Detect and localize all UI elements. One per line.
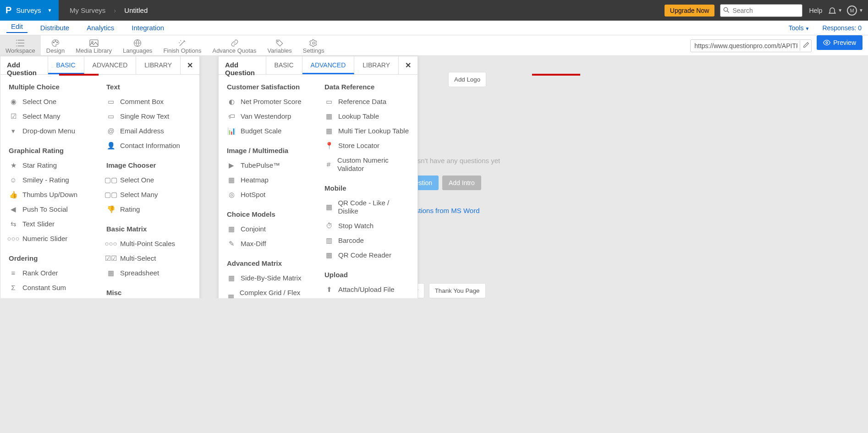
responses-count[interactable]: Responses: 0 [822,24,862,32]
tool-settings[interactable]: Settings [297,35,330,56]
q-signature[interactable]: ✎Signature [321,297,413,298]
user-menu[interactable]: M ▼ [847,5,863,16]
clock-icon: ⏱ [324,222,334,230]
q-budget-scale[interactable]: 📊Budget Scale [223,124,315,138]
q-select-many[interactable]: ☑Select Many [5,109,97,124]
q-thumbs[interactable]: 👍Thumbs Up/Down [5,187,97,202]
q-complex-grid[interactable]: ▦Complex Grid / Flex Matrix [223,285,315,298]
panel-title: Add Question [0,56,48,74]
smiley-icon: ☺ [9,176,18,184]
q-single-row[interactable]: ▭Single Row Text [103,109,195,124]
upload-icon: ⬆ [324,285,334,294]
tab-distribute[interactable]: Distribute [36,24,74,32]
tab-integration[interactable]: Integration [127,24,169,32]
tool-workspace[interactable]: Workspace [0,35,41,56]
svg-rect-11 [90,40,98,46]
q-drag-drop[interactable]: ⇅Drag and Drop [5,295,97,298]
panel-tab-basic[interactable]: BASIC [48,56,84,74]
tool-quotas[interactable]: Advance Quotas [207,35,262,56]
q-qr-reader[interactable]: ▦QR Code Reader [321,248,413,263]
q-tubepulse[interactable]: ▶TubePulse™ [223,158,315,173]
tab-analytics[interactable]: Analytics [82,24,119,32]
topbar: P Surveys ▼ My Surveys › Untitled Upgrad… [0,0,868,21]
q-img-rating[interactable]: 👎Rating [103,202,195,217]
tool-design[interactable]: Design [41,35,70,56]
q-push-social[interactable]: ◀Push To Social [5,202,97,217]
tool-languages[interactable]: Languages [117,35,158,56]
svg-point-14 [277,41,278,42]
upgrade-button[interactable]: Upgrade Now [665,5,715,16]
brand-dropdown[interactable]: P Surveys ▼ [0,0,59,21]
panel-tab-library[interactable]: LIBRARY [136,56,180,74]
panel-tab-library[interactable]: LIBRARY [354,56,398,74]
image-icon: ▢▢ [106,176,115,184]
q-nps[interactable]: ◐Net Promoter Score [223,94,315,109]
barcode-icon: ▥ [324,236,334,245]
panel-tab-basic[interactable]: BASIC [266,56,302,74]
grid-icon: ▦ [106,269,115,277]
tools-dropdown[interactable]: Tools▼ [789,24,810,32]
rank-icon: ≡ [9,269,18,277]
search-input[interactable] [720,4,802,17]
add-logo-button[interactable]: Add Logo [448,72,486,87]
q-multiselect-matrix[interactable]: ☑☑Multi-Select [103,251,195,266]
thank-you-button[interactable]: Thank You Page [429,283,486,298]
panel-tab-advanced[interactable]: ADVANCED [84,56,137,74]
wand-icon [177,39,187,47]
breadcrumb-root[interactable]: My Surveys [70,6,105,14]
radio-icon: ◉ [9,98,18,106]
q-stopwatch[interactable]: ⏱Stop Watch [321,219,413,233]
edit-url-button[interactable] [800,40,812,51]
tool-media[interactable]: Media Library [70,35,117,56]
q-hotspot[interactable]: ◎HotSpot [223,187,315,202]
q-contact-info[interactable]: 👤Contact Information [103,138,195,153]
group-header: Image Chooser [103,159,195,173]
tab-edit[interactable]: Edit [6,22,27,33]
q-heatmap[interactable]: ▦Heatmap [223,173,315,187]
q-img-select-one[interactable]: ▢▢Select One [103,173,195,187]
q-van-westendorp[interactable]: 🏷Van Westendorp [223,109,315,124]
close-button[interactable]: ✕ [398,56,418,74]
q-img-select-many[interactable]: ▢▢Select Many [103,187,195,202]
q-comment-box[interactable]: ▭Comment Box [103,94,195,109]
q-conjoint[interactable]: ▦Conjoint [223,222,315,236]
help-link[interactable]: Help [809,7,822,14]
q-qr-like[interactable]: ▦QR Code - Like / Dislike [321,196,413,219]
q-reference-data[interactable]: ▭Reference Data [321,94,413,109]
panel-tab-advanced[interactable]: ADVANCED [302,56,355,74]
q-numeric-validator[interactable]: #Custom Numeric Validator [321,153,413,176]
survey-url-input[interactable] [690,39,812,52]
q-barcode[interactable]: ▥Barcode [321,233,413,248]
q-constant-sum[interactable]: ΣConstant Sum [5,280,97,295]
close-button[interactable]: ✕ [180,56,199,74]
q-maxdiff[interactable]: ✎Max-Diff [223,236,315,251]
q-side-by-side[interactable]: ▦Side-By-Side Matrix [223,271,315,285]
qr-icon: ▦ [324,203,333,211]
q-numeric-slider[interactable]: ○○○Numeric Slider [5,231,97,246]
q-spreadsheet[interactable]: ▦Spreadsheet [103,266,195,280]
tool-variables[interactable]: Variables [262,35,297,56]
q-store-locator[interactable]: 📍Store Locator [321,138,413,153]
q-lookup-table[interactable]: ▦Lookup Table [321,109,413,124]
input-icon: ▭ [106,112,115,121]
matrix-icon: ☑☑ [106,254,115,263]
q-multipoint[interactable]: ○○○Multi-Point Scales [103,236,195,251]
group-header: Data Reference [321,80,413,94]
group-header: Image / Multimedia [223,144,315,158]
q-multi-tier-lookup[interactable]: ▦Multi Tier Lookup Table [321,124,413,138]
q-rank-order[interactable]: ≡Rank Order [5,266,97,280]
add-intro-button[interactable]: Add Intro [442,175,481,190]
svg-point-9 [55,40,56,41]
q-text-slider[interactable]: ⇆Text Slider [5,217,97,231]
q-select-one[interactable]: ◉Select One [5,94,97,109]
q-attach-file[interactable]: ⬆Attach/Upload File [321,282,413,297]
matrix-icon: ▦ [227,274,236,282]
q-star-rating[interactable]: ★Star Rating [5,158,97,173]
notifications-button[interactable]: ▼ [828,6,842,15]
preview-button[interactable]: Preview [817,35,863,50]
q-dropdown[interactable]: ▾Drop-down Menu [5,124,97,138]
q-email[interactable]: @Email Address [103,124,195,138]
group-header: Basic Matrix [103,222,195,236]
tool-finish[interactable]: Finish Options [158,35,207,56]
q-smiley-rating[interactable]: ☺Smiley - Rating [5,173,97,187]
